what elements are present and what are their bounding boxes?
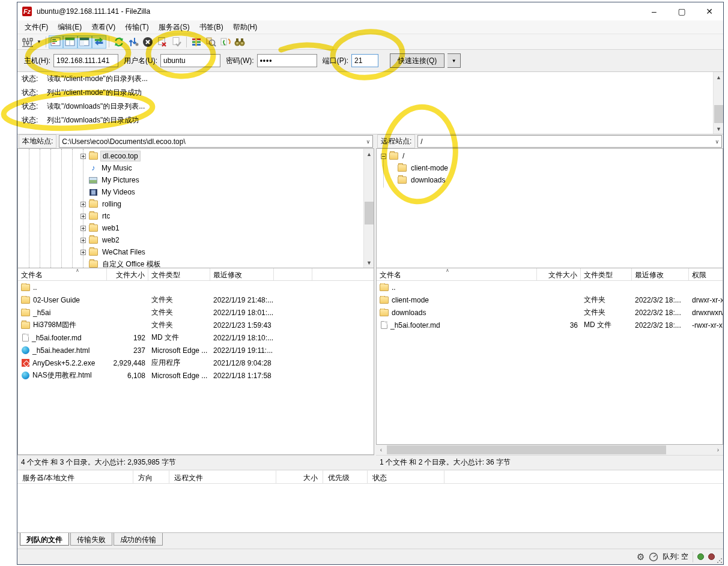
scrollbar-thumb[interactable]: [714, 105, 723, 123]
file-row[interactable]: ..: [377, 281, 723, 294]
directory-comparison-button[interactable]: [204, 35, 218, 49]
refresh-button[interactable]: [112, 35, 126, 49]
file-row[interactable]: Hi3798M固件文件夹2022/1/23 1:59:43: [18, 319, 374, 331]
disconnect-button[interactable]: [155, 35, 169, 49]
tree-item-client-mode[interactable]: client-mode: [377, 162, 723, 174]
tree-item-my-pictures[interactable]: My Pictures: [18, 174, 363, 186]
tree-item-root[interactable]: /: [377, 150, 723, 162]
queue-column-server-local-file[interactable]: 服务器/本地文件: [17, 471, 133, 483]
tree-item-custom-office-templates[interactable]: 自定义 Office 模板: [18, 258, 363, 268]
column-header-permissions[interactable]: 权限: [689, 268, 723, 280]
column-header-modified[interactable]: 最近修改: [210, 268, 274, 280]
scrollbar-thumb[interactable]: [365, 202, 374, 224]
toggle-local-tree-button[interactable]: [63, 35, 77, 49]
local-tree-scrollbar[interactable]: ▲ ▼: [363, 149, 374, 268]
column-header-modified[interactable]: 最近修改: [632, 268, 689, 280]
expand-icon[interactable]: [80, 154, 86, 159]
menu-server[interactable]: 服务器(S): [154, 21, 195, 34]
chevron-down-icon[interactable]: ∨: [715, 139, 719, 145]
queue-column-size[interactable]: 大小: [276, 471, 323, 483]
toggle-remote-tree-button[interactable]: [77, 35, 92, 49]
tab-successful-transfers[interactable]: 成功的传输: [114, 533, 163, 546]
column-header-name[interactable]: 文件名: [18, 268, 107, 280]
toggle-transfer-queue-button[interactable]: [92, 35, 106, 49]
queue-column-direction[interactable]: 方向: [133, 471, 169, 483]
tree-item-dl-ecoo-top[interactable]: dl.ecoo.top: [18, 150, 363, 162]
scroll-up-icon[interactable]: ▲: [364, 149, 374, 159]
queue-column-status[interactable]: 状态: [368, 471, 444, 483]
password-input[interactable]: [257, 54, 317, 67]
column-header-size[interactable]: 文件大小: [537, 268, 581, 280]
collapse-icon[interactable]: [381, 154, 386, 159]
expand-icon[interactable]: [80, 250, 86, 255]
reconnect-button[interactable]: [169, 35, 184, 49]
quickconnect-button[interactable]: 快速连接(Q): [390, 53, 444, 68]
tree-item-downloads[interactable]: downloads: [377, 174, 723, 186]
menu-file[interactable]: 文件(F): [20, 21, 53, 34]
file-row[interactable]: ..: [18, 281, 374, 294]
scroll-up-icon[interactable]: ▲: [714, 72, 723, 82]
menu-help[interactable]: 帮助(H): [228, 21, 262, 34]
chevron-down-icon[interactable]: ∨: [366, 139, 370, 145]
maximize-button[interactable]: ▢: [668, 2, 696, 20]
file-row[interactable]: _h5ai文件夹2022/1/19 18:01:...: [18, 306, 374, 319]
file-row[interactable]: 02-User Guide文件夹2022/1/19 21:48:...: [18, 294, 374, 306]
expand-icon[interactable]: [80, 202, 86, 207]
remote-horizontal-scrollbar[interactable]: ‹ ›: [376, 445, 723, 455]
site-manager-button[interactable]: [20, 35, 35, 49]
file-row[interactable]: downloads文件夹2022/3/2 18:...drwxrwxrwx: [377, 306, 723, 319]
log-scrollbar[interactable]: ▲ ▼: [713, 72, 723, 134]
speed-limit-gauge-icon[interactable]: [649, 552, 658, 562]
tree-item-web1[interactable]: web1: [18, 222, 363, 234]
username-input[interactable]: [160, 54, 220, 67]
local-path-combobox[interactable]: C:\Users\ecoo\Documents\dl.ecoo.top\ ∨: [59, 135, 373, 148]
column-header-size[interactable]: 文件大小: [107, 268, 148, 280]
column-header-type[interactable]: 文件类型: [581, 268, 632, 280]
port-input[interactable]: [351, 54, 378, 67]
expand-icon[interactable]: [80, 238, 86, 243]
cancel-operation-button[interactable]: [141, 35, 155, 49]
scroll-right-icon[interactable]: ›: [713, 445, 723, 455]
site-manager-dropdown-button[interactable]: ▼: [35, 35, 43, 49]
file-row[interactable]: AnyDesk+5.2.2.exe2,929,448应用程序2021/12/8 …: [18, 357, 374, 369]
file-row[interactable]: _h5ai.header.html237Microsoft Edge ...20…: [18, 344, 374, 357]
scroll-down-icon[interactable]: ▼: [364, 257, 374, 268]
tab-failed-transfers[interactable]: 传输失败: [70, 533, 112, 546]
toggle-message-log-button[interactable]: [49, 35, 63, 49]
menu-transfer[interactable]: 传输(T): [120, 21, 153, 34]
tab-queued-files[interactable]: 列队的文件: [20, 533, 69, 546]
gear-icon[interactable]: ⚙: [637, 552, 645, 561]
resize-grip[interactable]: [717, 558, 723, 564]
tree-item-wechat-files[interactable]: WeChat Files: [18, 246, 363, 258]
quickconnect-dropdown-button[interactable]: ▼: [447, 53, 461, 68]
menu-view[interactable]: 查看(V): [86, 21, 120, 34]
file-row[interactable]: client-mode文件夹2022/3/2 18:...drwxr-xr-x: [377, 294, 723, 306]
tree-item-my-videos[interactable]: My Videos: [18, 186, 363, 198]
tree-item-rolling[interactable]: rolling: [18, 198, 363, 210]
tree-item-my-music[interactable]: ♪My Music: [18, 162, 363, 174]
tree-item-web2[interactable]: web2: [18, 234, 363, 246]
queue-column-remote-file[interactable]: 远程文件: [169, 471, 276, 483]
expand-icon[interactable]: [80, 226, 86, 231]
expand-icon[interactable]: [80, 214, 86, 219]
process-queue-button[interactable]: [126, 35, 141, 49]
menu-bookmarks[interactable]: 书签(B): [195, 21, 228, 34]
file-row[interactable]: _h5ai.footer.md192MD 文件2022/1/19 18:10:.…: [18, 331, 374, 344]
column-header-type[interactable]: 文件类型: [148, 268, 210, 280]
file-row[interactable]: NAS使用教程.html6,108Microsoft Edge ...2022/…: [18, 369, 374, 382]
remote-path-combobox[interactable]: / ∨: [417, 135, 722, 148]
column-header-name[interactable]: 文件名: [377, 268, 537, 280]
synchronized-browsing-button[interactable]: [218, 35, 232, 49]
close-button[interactable]: ✕: [696, 2, 723, 20]
column-header-blank[interactable]: [274, 268, 312, 280]
scrollbar-thumb[interactable]: [387, 445, 666, 454]
scroll-left-icon[interactable]: ‹: [376, 445, 386, 455]
file-row[interactable]: _h5ai.footer.md36MD 文件2022/3/2 18:...-rw…: [377, 319, 723, 331]
find-files-button[interactable]: [232, 35, 247, 49]
minimize-button[interactable]: –: [640, 2, 668, 20]
queue-column-priority[interactable]: 优先级: [323, 471, 368, 483]
tree-item-rtc[interactable]: rtc: [18, 210, 363, 222]
filename-filters-button[interactable]: [189, 35, 204, 49]
host-input[interactable]: [53, 54, 118, 67]
menu-edit[interactable]: 编辑(E): [53, 21, 86, 34]
